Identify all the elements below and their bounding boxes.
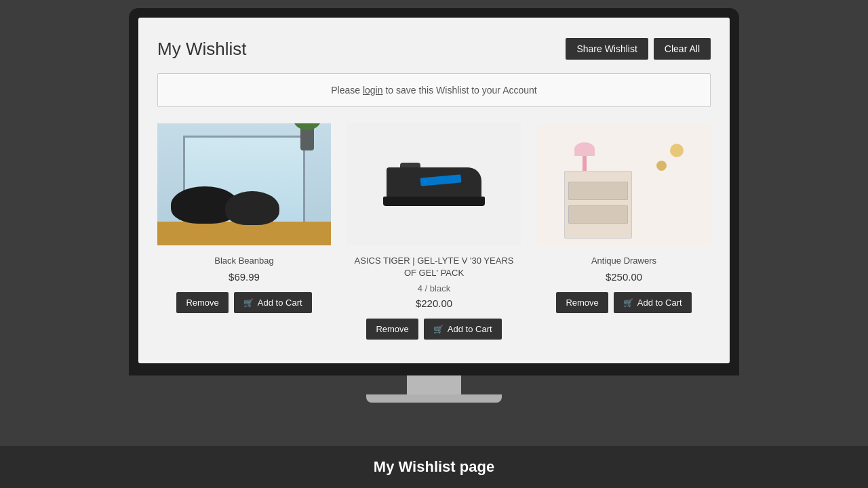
- product-name-drawers: Antique Drawers: [591, 255, 656, 267]
- cart-icon: 🛒: [623, 298, 633, 308]
- product-card-shoe: ASICS TIGER | GEL-LYTE V '30 YEARS OF GE…: [347, 123, 521, 340]
- login-link[interactable]: login: [363, 85, 383, 96]
- product-image-drawers: [537, 123, 711, 245]
- header-buttons: Share Wishlist Clear All: [566, 38, 711, 60]
- notice-text-before: Please: [331, 85, 363, 96]
- page-title: My Wishlist: [157, 39, 246, 60]
- bottom-bar-label: My Wishlist page: [374, 458, 494, 475]
- add-to-cart-beanbag-button[interactable]: 🛒 Add to Cart: [234, 292, 312, 313]
- bottom-bar: My Wishlist page: [0, 446, 868, 488]
- product-price-beanbag: $69.99: [229, 271, 260, 283]
- product-price-shoe: $220.00: [416, 298, 452, 309]
- product-card-beanbag: Black Beanbag $69.99 Remove 🛒 Add to Car…: [157, 123, 331, 340]
- product-image-beanbag: [157, 123, 331, 245]
- cart-icon: 🛒: [243, 298, 254, 308]
- notice-text-after: to save this Wishlist to your Account: [383, 85, 537, 96]
- add-to-cart-shoe-button[interactable]: 🛒 Add to Cart: [424, 319, 502, 340]
- product-name-shoe: ASICS TIGER | GEL-LYTE V '30 YEARS OF GE…: [347, 255, 521, 279]
- login-notice: Please login to save this Wishlist to yo…: [157, 73, 711, 107]
- product-actions-beanbag: Remove 🛒 Add to Cart: [176, 292, 311, 313]
- page-header: My Wishlist Share Wishlist Clear All: [157, 38, 711, 60]
- product-image-shoe: [347, 123, 521, 245]
- product-price-drawers: $250.00: [606, 271, 642, 283]
- product-card-drawers: Antique Drawers $250.00 Remove 🛒 Add to …: [537, 123, 711, 340]
- add-to-cart-drawers-button[interactable]: 🛒 Add to Cart: [614, 292, 692, 313]
- product-name-beanbag: Black Beanbag: [214, 255, 273, 267]
- remove-drawers-button[interactable]: Remove: [556, 292, 608, 313]
- remove-shoe-button[interactable]: Remove: [366, 319, 418, 340]
- remove-beanbag-button[interactable]: Remove: [176, 292, 228, 313]
- products-grid: Black Beanbag $69.99 Remove 🛒 Add to Car…: [157, 123, 711, 340]
- product-actions-shoe: Remove 🛒 Add to Cart: [366, 319, 501, 340]
- clear-all-button[interactable]: Clear All: [654, 38, 711, 60]
- cart-icon: 🛒: [433, 325, 443, 334]
- product-variant-shoe: 4 / black: [418, 283, 450, 293]
- product-actions-drawers: Remove 🛒 Add to Cart: [556, 292, 691, 313]
- share-wishlist-button[interactable]: Share Wishlist: [566, 38, 648, 60]
